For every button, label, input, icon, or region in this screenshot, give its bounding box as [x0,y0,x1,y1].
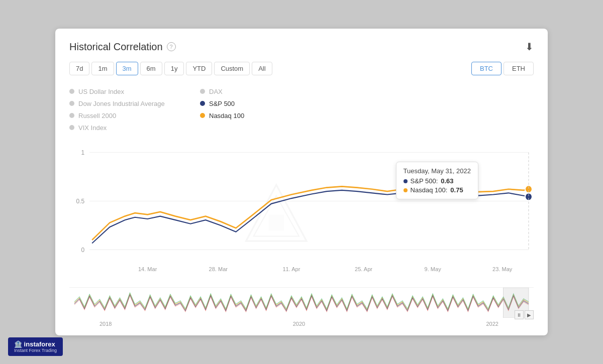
svg-text:11. Apr: 11. Apr [282,266,300,272]
legend-dot-russell [69,113,74,118]
legend-nasdaq: Nasdaq 100 [200,109,311,122]
mini-x-labels: 2018 2020 2022 [69,321,534,327]
legend-russell: Russell 2000 [69,109,180,122]
legend-dax: DAX [200,85,311,97]
card-header: Historical Correlation ? ⬇ [69,41,534,53]
svg-text:14. Mar: 14. Mar [138,266,157,272]
legend-dot-dax [200,89,205,94]
controls-row: 7d 1m 3m 6m 1y YTD Custom All BTC ETH [69,62,534,75]
btn-eth[interactable]: ETH [504,62,534,75]
legend-dot-us-dollar [69,89,74,94]
instaforex-badge: 🏦 instaforex Instant Forex Trading [8,337,63,356]
legend-us-dollar: US Dollar Index [69,85,180,97]
btn-6m[interactable]: 6m [140,62,162,75]
svg-text:9. May: 9. May [425,266,441,272]
svg-text:0: 0 [81,246,84,253]
mini-chart-svg [69,288,534,318]
time-period-selector: 7d 1m 3m 6m 1y YTD Custom All [69,62,272,75]
svg-text:25. Apr: 25. Apr [355,266,372,272]
legend-dot-dow [69,101,74,106]
legend-dow-jones: Dow Jones Industrial Average [69,97,180,109]
btn-3m[interactable]: 3m [116,62,138,75]
mini-scroll-controls: ⏸ ▶ [515,310,534,319]
legend-dot-vix [69,125,74,130]
btn-all[interactable]: All [252,62,272,75]
legend-dot-sp500 [200,101,205,106]
legend-sp500: S&P 500 [200,97,311,109]
svg-text:23. May: 23. May [492,266,513,272]
page-title: Historical Correlation [69,41,163,53]
svg-text:1: 1 [81,149,84,156]
btn-7d[interactable]: 7d [69,62,89,75]
scroll-prev-btn[interactable]: ⏸ [515,310,524,319]
svg-rect-14 [269,214,284,230]
btn-custom[interactable]: Custom [214,62,250,75]
svg-text:28. Mar: 28. Mar [209,266,228,272]
scroll-next-btn[interactable]: ▶ [525,310,534,319]
btn-btc[interactable]: BTC [471,62,501,75]
chart-legend: US Dollar Index DAX Dow Jones Industrial… [69,85,534,134]
main-chart-area: 1 0.5 0 14. Mar 28. Mar 11. Apr 25. Apr … [69,142,534,282]
btn-1m[interactable]: 1m [91,62,114,75]
main-card: Historical Correlation ? ⬇ 7d 1m 3m 6m 1… [55,29,548,335]
main-chart-svg: 1 0.5 0 14. Mar 28. Mar 11. Apr 25. Apr … [69,142,534,282]
instaforex-tagline: Instant Forex Trading [14,348,57,353]
legend-vix: VIX Index [69,122,180,134]
download-icon[interactable]: ⬇ [525,41,534,53]
legend-dot-nasdaq [200,113,205,118]
help-icon[interactable]: ? [167,42,176,51]
title-group: Historical Correlation ? [69,41,176,53]
mini-chart-container: 2018 2020 2022 ⏸ ▶ [69,287,534,327]
instaforex-logo: 🏦 instaforex [14,340,57,348]
svg-text:0.5: 0.5 [76,197,84,204]
btn-ytd[interactable]: YTD [186,62,212,75]
btn-1y[interactable]: 1y [164,62,184,75]
asset-selector: BTC ETH [471,62,534,75]
instaforex-info: 🏦 instaforex Instant Forex Trading [14,340,57,353]
